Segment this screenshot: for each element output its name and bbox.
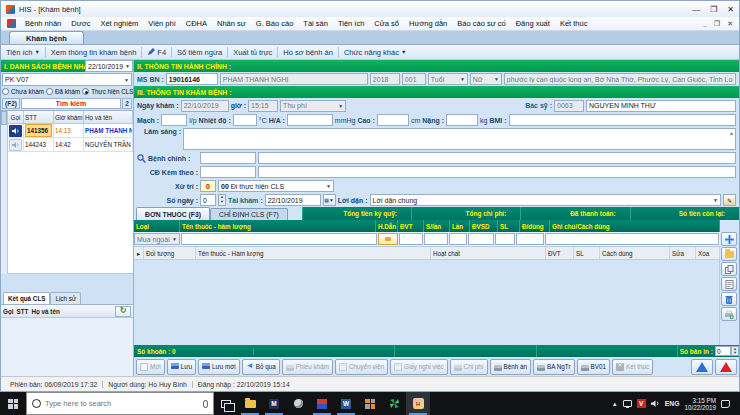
clinic-room-select[interactable]: PK V07▼ [2, 73, 132, 86]
msbn-field[interactable] [166, 73, 218, 85]
mach-field[interactable] [161, 114, 187, 126]
warning-blue-button[interactable] [691, 359, 713, 375]
entry-type-select[interactable]: Mua ngoài▼ [134, 233, 180, 245]
col-goi[interactable]: Gọi [3, 308, 14, 315]
entry-dvt-field[interactable] [399, 233, 423, 245]
entry-drug-name-field[interactable] [181, 233, 377, 245]
task-view-icon[interactable] [214, 392, 238, 415]
so-ngay-field[interactable] [200, 194, 216, 206]
menu-nhan-su[interactable]: Nhân sự [212, 19, 251, 28]
unikey-icon[interactable]: V [637, 399, 646, 408]
ba-ngtr-button[interactable]: BA NgTr [533, 359, 575, 375]
menu-benh-nhan[interactable]: Bệnh nhân [20, 19, 66, 28]
start-button[interactable] [0, 392, 26, 415]
close-icon[interactable]: ✕ [727, 5, 734, 14]
so-ban-in-stepper[interactable]: ▲▼ [731, 346, 739, 356]
menu-tien-ich[interactable]: Tiện ích [333, 19, 369, 28]
col-stt[interactable]: STT [24, 111, 54, 124]
mdi-close-icon[interactable]: ✕ [727, 20, 733, 28]
usage-guide-icon[interactable] [378, 233, 398, 245]
file-explorer-icon[interactable] [238, 392, 262, 415]
menu-vien-phi[interactable]: Viện phí [143, 19, 180, 28]
calendar-icon[interactable]: ▦▼ [323, 194, 336, 206]
warning-red-button[interactable] [715, 359, 737, 375]
notification-center-icon[interactable] [721, 400, 730, 408]
loi-dan-select[interactable]: Lời dặn chung▼ [370, 194, 722, 206]
patient-row[interactable]: 144243 14:42 NGUYỄN TRẦN MINH A [8, 138, 133, 152]
cd-kem-theo-name-field[interactable] [258, 166, 736, 178]
language-indicator[interactable]: ENG [665, 400, 680, 407]
col-stt[interactable]: STT [17, 308, 29, 315]
menu-tai-san[interactable]: Tài sản [298, 19, 333, 28]
entry-slan-field[interactable] [424, 233, 448, 245]
open-folder-icon[interactable] [721, 247, 737, 261]
ha-field[interactable] [287, 114, 333, 126]
call-speaker-icon[interactable] [9, 125, 22, 137]
nang-field[interactable] [446, 114, 478, 126]
radio-thuc-hien-cls[interactable] [82, 88, 89, 95]
toolbar-xuat-tu-truc[interactable]: Xuất tủ trực [228, 48, 277, 57]
radio-chua-kham[interactable] [2, 88, 9, 95]
patient-row-selected[interactable]: 141356 14:13 PHẠM THANH NGHỊ [8, 124, 133, 138]
app-people-icon[interactable] [358, 392, 382, 415]
tab-ket-qua-cls[interactable]: Kết quả CLS [3, 292, 50, 304]
word-icon[interactable]: W [334, 392, 358, 415]
menu-xet-nghiem[interactable]: Xét nghiệm [95, 19, 143, 28]
maximize-icon[interactable]: ❐ [710, 5, 717, 14]
loi-dan-settings-icon[interactable]: ✎ [723, 194, 736, 206]
entry-note-field[interactable] [545, 233, 719, 245]
print-add-icon[interactable] [721, 307, 737, 321]
app-flag-icon[interactable] [310, 392, 334, 415]
so-ban-in-field[interactable]: 0 [715, 346, 731, 356]
patient-search-input[interactable] [21, 98, 121, 109]
mdi-minimize-icon[interactable]: _ [703, 20, 707, 28]
app-m-icon[interactable]: M [262, 392, 286, 415]
taskbar-search[interactable] [26, 392, 214, 415]
bac-sy-name-field[interactable] [586, 100, 736, 112]
toolbar-ho-so-benh-an[interactable]: Hồ sơ bệnh án [278, 48, 338, 57]
tab-lich-su[interactable]: Lịch sử [50, 292, 81, 304]
menu-ket-thuc[interactable]: Kết thúc [555, 19, 593, 28]
spin-down-icon[interactable]: ▼ [219, 200, 225, 205]
tray-chevron-up-icon[interactable]: ▲ [612, 401, 618, 407]
benh-an-button[interactable]: Bệnh án [490, 359, 531, 375]
mdi-restore-icon[interactable]: ❐ [714, 20, 720, 28]
patient-grid-scrollbar[interactable] [1, 111, 8, 274]
entry-lan-field[interactable] [449, 233, 467, 245]
nhiet-do-field[interactable] [233, 114, 257, 126]
toolbar-f4[interactable]: F4 [142, 48, 171, 57]
toolbar-chuc-nang-khac[interactable]: Chức năng khác▼ [339, 48, 412, 57]
volume-icon[interactable] [651, 399, 660, 408]
bo-qua-button[interactable]: Bỏ qua [242, 359, 280, 375]
taskbar-search-input[interactable] [45, 399, 199, 408]
col-ho-va-ten[interactable]: Họ và tên [84, 111, 133, 124]
toolbar-tien-ich[interactable]: Tiện ích▼ [1, 48, 45, 57]
menu-huong-dan[interactable]: Hướng dẫn [404, 19, 452, 28]
entry-sl-field[interactable] [495, 233, 515, 245]
entry-dvsd-field[interactable] [468, 233, 494, 245]
col-gio-kham[interactable]: Giờ khám [54, 111, 84, 124]
col-ho-va-ten[interactable]: Họ và tên [31, 308, 59, 315]
spin-down-icon[interactable]: ▼ [732, 351, 738, 355]
benh-chinh-code-field[interactable] [200, 152, 256, 164]
taskbar-clock[interactable]: 3:15 PM 10/22/2019 [684, 397, 716, 411]
so-ngay-stepper[interactable]: ▲▼ [218, 194, 226, 206]
row-expander-icon[interactable]: ▸ [134, 247, 144, 259]
notes-icon[interactable] [721, 277, 737, 291]
toolbar-xem-thong-tin[interactable]: Xem thông tin khám bệnh [46, 48, 141, 57]
minimize-icon[interactable]: — [692, 5, 700, 14]
menu-duoc[interactable]: Dược [66, 19, 95, 28]
radio-da-kham[interactable] [46, 88, 53, 95]
refresh-icon[interactable]: ↻ [115, 306, 131, 317]
luu-button[interactable]: Lưu [167, 359, 196, 375]
entry-ddung-field[interactable] [516, 233, 544, 245]
lam-sang-textarea[interactable]: ▲ [183, 128, 736, 150]
tab-kham-benh[interactable]: Khám bệnh [9, 31, 84, 44]
tab-don-thuoc[interactable]: ĐƠN THUỐC (F3) [136, 207, 210, 220]
call-speaker-icon[interactable] [9, 139, 22, 151]
luu-moi-button[interactable]: Lưu mới [198, 359, 240, 375]
app-gray-icon[interactable] [286, 392, 310, 415]
list-date-picker[interactable]: 22/10/2019▼ [85, 60, 133, 72]
col-goi[interactable]: Gọi [8, 111, 24, 124]
cao-field[interactable] [377, 114, 409, 126]
